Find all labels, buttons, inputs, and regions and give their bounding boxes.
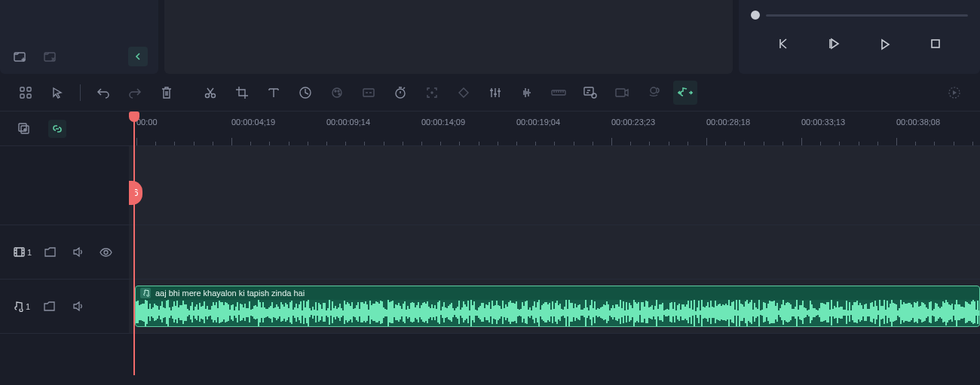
ruler-label: 00:00:33;13	[801, 118, 845, 127]
stop-button[interactable]	[925, 33, 946, 54]
new-folder-icon[interactable]	[11, 47, 30, 66]
track-header-column: 1 1	[0, 112, 129, 375]
preview-area	[164, 0, 733, 74]
svg-point-10	[212, 93, 216, 97]
crop-button[interactable]	[230, 81, 254, 105]
adjust-button[interactable]	[483, 81, 507, 105]
svg-point-28	[104, 250, 108, 254]
split-button[interactable]	[198, 81, 222, 105]
playhead[interactable]	[133, 112, 135, 375]
svg-point-15	[338, 93, 340, 95]
player-panel	[739, 0, 980, 74]
svg-point-23	[651, 87, 657, 93]
mute-icon[interactable]	[68, 297, 87, 316]
svg-point-18	[431, 92, 433, 93]
ruler-label: 00:00:04;19	[231, 118, 275, 127]
prev-frame-button[interactable]	[773, 33, 795, 54]
folder-icon[interactable]	[41, 243, 60, 262]
timer-button[interactable]	[388, 81, 412, 105]
scrub-track[interactable]	[766, 14, 968, 17]
svg-rect-6	[27, 87, 31, 91]
ruler-label: 00:00	[136, 118, 158, 127]
color-button[interactable]	[325, 81, 349, 105]
track-head-spacer	[0, 146, 129, 225]
delete-folder-icon[interactable]	[41, 47, 60, 66]
delete-button[interactable]	[155, 81, 179, 105]
audio-stretch-button[interactable]	[673, 81, 697, 105]
play-button[interactable]	[824, 33, 845, 54]
audio-beat-button[interactable]	[515, 81, 539, 105]
empty-lane[interactable]	[129, 146, 980, 225]
svg-rect-7	[20, 94, 24, 98]
svg-rect-16	[363, 89, 374, 96]
svg-point-9	[206, 93, 210, 97]
caption-button[interactable]	[357, 81, 381, 105]
empty-area	[129, 334, 980, 375]
audio-lane[interactable]: aaj bhi mere khayalon ki tapish zinda ha…	[129, 280, 980, 334]
text-button[interactable]	[262, 81, 286, 105]
ruler-label: 00:00:28;18	[706, 118, 750, 127]
svg-point-21	[592, 93, 596, 98]
svg-rect-4	[932, 40, 939, 47]
subtitle-button[interactable]	[578, 81, 602, 105]
svg-rect-27	[14, 248, 24, 256]
undo-button[interactable]	[91, 81, 115, 105]
svg-point-14	[338, 90, 339, 92]
ruler-button[interactable]	[547, 81, 571, 105]
audio-track-header[interactable]: 1	[0, 280, 129, 334]
render-button[interactable]	[942, 81, 966, 105]
video-track-header[interactable]: 1	[0, 225, 129, 280]
audio-clip[interactable]: aaj bhi mere khayalon ki tapish zinda ha…	[135, 286, 980, 327]
waveform	[136, 300, 979, 326]
svg-point-12	[332, 88, 341, 97]
playhead-handle-icon[interactable]	[129, 112, 139, 122]
video-lane[interactable]	[129, 225, 980, 280]
add-track-button[interactable]	[15, 120, 33, 138]
svg-rect-22	[616, 89, 625, 96]
toolbar-divider	[80, 84, 81, 101]
track-body-column: 00:0000:00:04;1900:00:09;1400:00:14;0900…	[129, 112, 980, 375]
next-frame-button[interactable]	[874, 33, 896, 54]
folder-icon[interactable]	[39, 297, 59, 316]
scrub-handle-icon[interactable]	[751, 11, 760, 20]
speed-button[interactable]	[293, 81, 317, 105]
ruler-label: 00:00:38;08	[896, 118, 940, 127]
voice-button[interactable]	[642, 81, 666, 105]
svg-rect-8	[27, 94, 31, 98]
scrub-bar[interactable]	[751, 8, 968, 23]
collapse-panel-button[interactable]	[128, 47, 148, 66]
timeline-area: 1 1 00:0000:00:04;1900:00:09;1400:00:14;…	[0, 112, 980, 375]
ruler-label: 00:00:09;14	[326, 118, 370, 127]
mute-icon[interactable]	[69, 243, 87, 262]
cursor-select-icon[interactable]	[45, 81, 69, 105]
timeline-ruler[interactable]: 00:0000:00:04;1900:00:09;1400:00:14;0900…	[129, 112, 980, 146]
media-panel	[0, 0, 158, 74]
music-note-icon	[140, 288, 151, 298]
visibility-icon[interactable]	[96, 243, 115, 262]
camera-button[interactable]	[610, 81, 634, 105]
timeline-toolbar	[0, 74, 980, 112]
ruler-label: 00:00:14;09	[421, 118, 465, 127]
video-track-label: 1	[14, 247, 32, 257]
layout-grid-icon[interactable]	[14, 81, 38, 105]
focus-button[interactable]	[420, 81, 444, 105]
svg-point-13	[335, 90, 336, 92]
redo-button[interactable]	[123, 81, 147, 105]
ruler-label: 00:00:23;23	[611, 118, 655, 127]
link-tracks-button[interactable]	[48, 120, 66, 138]
ruler-label: 00:00:19;04	[516, 118, 560, 127]
keyframe-button[interactable]	[452, 81, 476, 105]
svg-rect-20	[584, 87, 593, 95]
svg-rect-5	[20, 87, 24, 91]
audio-clip-title: aaj bhi mere khayalon ki tapish zinda ha…	[155, 289, 305, 298]
audio-track-label: 1	[14, 301, 30, 312]
